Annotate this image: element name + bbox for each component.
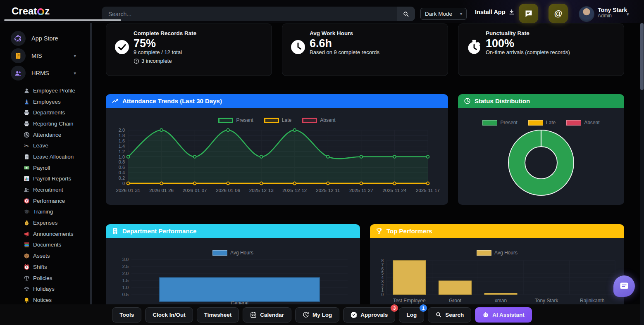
user-menu[interactable]: Tony Stark Admin <box>598 7 627 19</box>
sidebar-item-announcements[interactable]: Announcements <box>0 228 90 240</box>
toolbar-search-button[interactable]: Search <box>428 307 471 323</box>
chat-fab-button[interactable] <box>613 275 635 297</box>
color-ring-icon <box>37 8 44 15</box>
svg-text:2025-12-11: 2025-12-11 <box>316 188 340 193</box>
toolbar-button-label: Log <box>406 312 417 318</box>
stat-card-complete-records: Complete Records Rate 75% 9 complete / 1… <box>106 24 272 76</box>
sidebar-item-label: Expenses <box>33 220 57 226</box>
stat-title: Punctuality Rate <box>486 30 530 36</box>
sidebar-item-training[interactable]: Training <box>0 206 90 218</box>
trophy-icon <box>376 228 383 235</box>
sidebar-item-leave[interactable]: ✂Leave <box>0 140 90 151</box>
history-icon <box>303 311 309 318</box>
megaphone-icon <box>23 230 30 237</box>
toolbar-tools-button[interactable]: Tools <box>112 307 141 323</box>
sidebar-item-payroll[interactable]: Payroll <box>0 162 90 173</box>
sidebar-item-label: Reporting Chain <box>33 121 74 127</box>
sidebar-item-policies[interactable]: Policies <box>0 273 90 284</box>
theme-select-value: Dark Mode <box>425 11 452 17</box>
sidebar-item-label: Shifts <box>33 264 47 270</box>
stat-title: Avg Work Hours <box>310 30 353 36</box>
trend-icon <box>112 97 119 104</box>
sidebar-item-employees[interactable]: Employees <box>0 96 90 107</box>
bar-chart-icon <box>23 176 30 182</box>
clipboard-icon <box>23 153 30 160</box>
toolbar-button-label: Tools <box>119 312 134 318</box>
page-scrollbar-thumb[interactable] <box>640 23 644 90</box>
toolbar-calendar-button[interactable]: Calendar <box>243 307 291 323</box>
toolbar-timesheet-button[interactable]: Timesheet <box>197 307 239 323</box>
sidebar-item-reporting-chain[interactable]: Reporting Chain <box>0 118 90 129</box>
panel-title: Status Distribution <box>475 97 530 104</box>
stat-warning: 3 incomplete <box>134 58 172 64</box>
theme-select[interactable]: Dark Mode ▾ <box>420 8 467 20</box>
mentions-button[interactable]: @ <box>549 4 568 23</box>
panel-header: Department Performance <box>106 224 360 238</box>
sidebar-item-leave-allocation[interactable]: Leave Allocation <box>0 151 90 162</box>
sidebar-item-payroll-reports[interactable]: Payroll Reports <box>0 173 90 185</box>
grad-cap-icon <box>23 209 30 215</box>
sidebar-item-mis[interactable]: MIS▾ <box>0 47 90 64</box>
sidebar-item-label: Departments <box>33 109 65 116</box>
feedback-button[interactable] <box>519 4 538 23</box>
sidebar-item-attendance[interactable]: Attendance <box>0 129 90 140</box>
top-performers-bar-chart: 012345678Test EmployeeGrootxmanTony Star… <box>370 238 624 304</box>
sidebar-item-label: Policies <box>33 275 52 281</box>
toolbar-log-button[interactable]: Log1 <box>399 307 424 323</box>
chevron-down-icon: ▾ <box>460 12 462 16</box>
printer-icon <box>23 120 30 127</box>
sidebar-item-documents[interactable]: Documents <box>0 240 90 251</box>
toolbar-button-label: Calendar <box>260 312 284 318</box>
svg-text:Groot: Groot <box>449 298 462 304</box>
sidebar-item-departments[interactable]: Departments <box>0 107 90 118</box>
toolbar-button-label: Search <box>445 312 464 318</box>
sidebar-item-shifts[interactable]: Shifts <box>0 261 90 273</box>
toolbar-clock-in-out-button[interactable]: Clock In/Out <box>145 307 193 323</box>
svg-text:2025-12-13: 2025-12-13 <box>249 188 274 193</box>
user-name: Tony Stark <box>598 7 627 13</box>
sidebar-item-performance[interactable]: Performance <box>0 195 90 206</box>
sidebar-item-app-store[interactable]: App Store <box>0 30 90 47</box>
pie-icon <box>464 97 471 104</box>
sidebar-item-employee-profile[interactable]: Employee Profile <box>0 85 90 96</box>
sidebar-item-label: Notices <box>33 297 52 303</box>
sidebar-item-label: Employee Profile <box>33 88 75 94</box>
sidebar-item-expenses[interactable]: $Expenses <box>0 217 90 228</box>
top-performers-panel: Top Performers Avg Hours 012345678Test E… <box>370 224 624 304</box>
horizontal-scrollbar[interactable] <box>4 19 121 21</box>
chevron-down-icon: ▾ <box>74 71 76 76</box>
logo-text-2: z <box>45 5 50 17</box>
toolbar-approvals-button[interactable]: Approvals3 <box>343 307 395 323</box>
search-input[interactable] <box>102 7 404 21</box>
sidebar-item-label: Announcements <box>33 231 74 237</box>
svg-text:2: 2 <box>381 284 384 288</box>
avatar[interactable] <box>579 6 594 22</box>
stat-value: 6.6h <box>310 37 332 50</box>
svg-text:1.5: 1.5 <box>122 278 129 283</box>
sidebar-item-notices[interactable]: Notices <box>0 294 90 304</box>
panel-title: Attendance Trends (Last 30 Days) <box>122 97 222 104</box>
svg-text:1.6: 1.6 <box>119 138 125 143</box>
toolbar-my-log-button[interactable]: My Log <box>295 307 339 323</box>
stat-card-punctuality: Punctuality Rate 100% On-time arrivals (… <box>458 24 624 76</box>
svg-text:2026-01-06: 2026-01-06 <box>216 188 240 193</box>
svg-text:Rajinikanth: Rajinikanth <box>580 298 604 304</box>
status-donut-chart <box>458 108 624 205</box>
search-submit-button[interactable] <box>397 7 415 21</box>
money-bag-icon: $ <box>23 220 30 226</box>
toolbar-ai-assistant-button[interactable]: AI Assistant <box>475 307 532 323</box>
sidebar-item-recruitment[interactable]: Recruitment <box>0 184 90 195</box>
sidebar-item-assets[interactable]: Assets <box>0 250 90 261</box>
sidebar-item-holidays[interactable]: Holidays <box>0 283 90 294</box>
sidebar-item-label: Training <box>33 209 53 215</box>
sidebar-item-hrms[interactable]: HRMS▾ <box>0 64 90 82</box>
sidebar-item-label: Recruitment <box>33 187 63 193</box>
bust-icon <box>23 87 30 94</box>
stat-value: 100% <box>486 37 514 50</box>
sidebar-scrollbar[interactable] <box>90 23 92 304</box>
badge-check-icon <box>351 311 357 318</box>
install-app-button[interactable]: Install App <box>472 8 518 16</box>
page-scrollbar[interactable] <box>640 23 644 325</box>
svg-text:7: 7 <box>381 263 384 267</box>
sidebar-item-label: App Store <box>31 35 58 42</box>
